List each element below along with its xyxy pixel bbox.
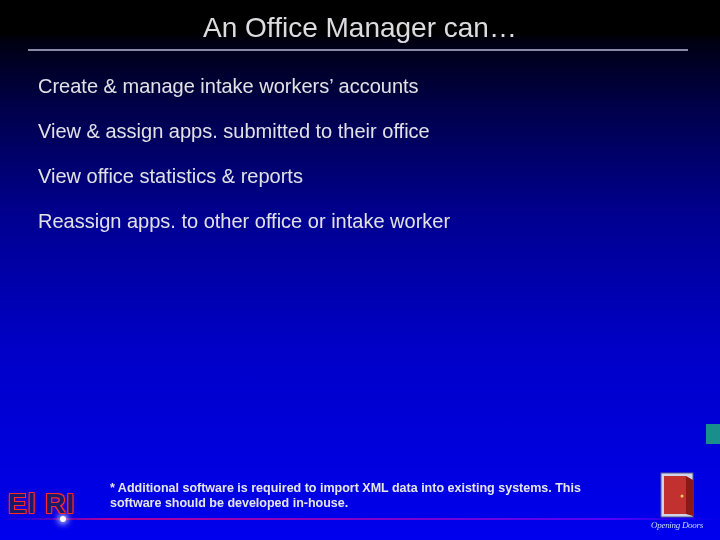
decorative-horizon-line (0, 518, 720, 520)
slide-title: An Office Manager can… (0, 12, 720, 44)
bullet-list: Create & manage intake workers’ accounts… (38, 75, 678, 255)
title-underline (28, 49, 688, 51)
footnote: * Additional software is required to imp… (110, 481, 600, 512)
bullet-item: Reassign apps. to other office or intake… (38, 210, 678, 233)
logo-left: El RI (8, 488, 75, 520)
bullet-item: View office statistics & reports (38, 165, 678, 188)
logo-right-text: Opening Doors (642, 520, 712, 530)
bullet-item: Create & manage intake workers’ accounts (38, 75, 678, 98)
slide: An Office Manager can… Create & manage i… (0, 0, 720, 540)
door-icon (660, 472, 694, 518)
svg-marker-2 (686, 476, 693, 516)
svg-point-3 (681, 495, 684, 498)
decorative-accent-box (706, 424, 720, 444)
logo-right: Opening Doors (642, 472, 712, 530)
bullet-item: View & assign apps. submitted to their o… (38, 120, 678, 143)
